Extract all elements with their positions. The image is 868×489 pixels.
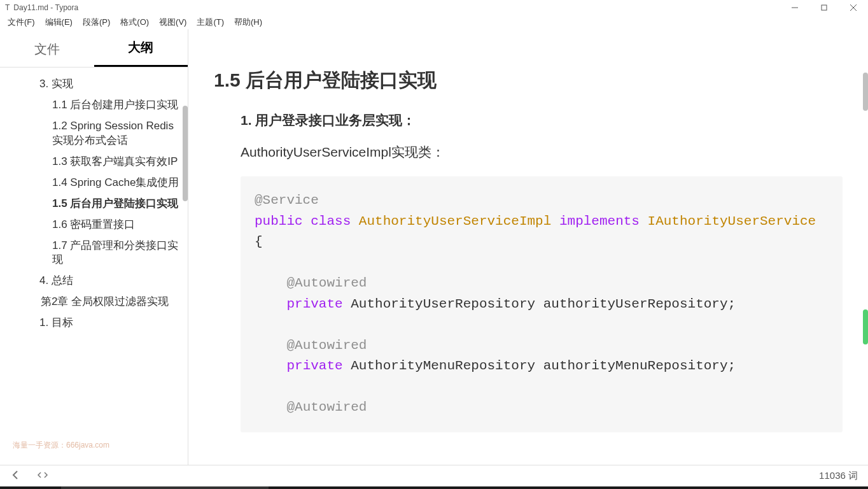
outline-item[interactable]: 1.1 后台创建用户接口实现 (8, 95, 188, 116)
menu-format[interactable]: 格式(O) (115, 17, 154, 28)
code-keyword: class (311, 214, 351, 229)
status-bar: 11036 词 (0, 465, 868, 486)
titlebar: T Day11.md - Typora (0, 0, 868, 15)
close-button[interactable] (839, 0, 868, 15)
svg-rect-1 (822, 5, 827, 10)
minimize-button[interactable] (780, 0, 809, 15)
outline-item-active[interactable]: 1.5 后台用户登陆接口实现 (8, 194, 188, 215)
code-text: AuthorityMenuRepository authorityMenuRep… (351, 358, 736, 373)
list-item-1[interactable]: 1. 用户登录接口业务层实现： (241, 111, 843, 129)
code-annotation: @Autowired (286, 400, 367, 415)
outline-item[interactable]: 1.3 获取客户端真实有效IP (8, 152, 188, 173)
outline-item[interactable]: 1.6 密码重置接口 (8, 215, 188, 236)
outline-item[interactable]: 1.2 Spring Session Redis实现分布式会话 (8, 116, 188, 152)
code-keyword: private (286, 297, 342, 311)
code-annotation: @Autowired (286, 276, 367, 290)
editor-content[interactable]: 1.5 后台用户登陆接口实现 1. 用户登录接口业务层实现： Authority… (188, 29, 868, 465)
tab-outline[interactable]: 大纲 (94, 39, 188, 67)
code-keyword: private (286, 358, 342, 373)
code-classname: AuthorityUserServiceImpl (359, 214, 551, 229)
taskbar-app-typora[interactable]: T Day11.md - Typora (61, 486, 164, 489)
tab-file[interactable]: 文件 (0, 41, 94, 67)
code-block[interactable]: @Service public class AuthorityUserServi… (241, 176, 843, 432)
outline-item[interactable]: 1. 目标 (8, 313, 188, 334)
start-button[interactable] (0, 486, 31, 489)
outline-list[interactable]: 3. 实现 1.1 后台创建用户接口实现 1.2 Spring Session … (0, 67, 188, 465)
code-text: AuthorityUserRepository authorityUserRep… (351, 297, 736, 311)
outline-item[interactable]: 第2章 全局权限过滤器实现 (8, 292, 188, 313)
heading-1.5[interactable]: 1.5 后台用户登陆接口实现 (214, 67, 843, 94)
taskbar-app-intellij[interactable]: bulls-stock [E:\Ba... (164, 486, 268, 489)
code-keyword: public (255, 214, 303, 229)
editor[interactable]: 1.5 后台用户登陆接口实现 1. 用户登录接口业务层实现： Authority… (188, 29, 868, 465)
editor-scrollbar-indicator[interactable] (863, 309, 868, 344)
outline-item[interactable]: 1.7 产品管理和分类接口实现 (8, 236, 188, 271)
titlebar-title-group: T Day11.md - Typora (5, 3, 78, 12)
window-controls (780, 0, 868, 15)
code-brace: { (255, 234, 263, 249)
menu-help[interactable]: 帮助(H) (229, 17, 267, 28)
menu-edit[interactable]: 编辑(E) (40, 17, 78, 28)
code-annotation: @Service (255, 193, 319, 208)
outline-item[interactable]: 4. 总结 (8, 271, 188, 292)
outline-item[interactable]: 1.4 Spring Cache集成使用 (8, 173, 188, 194)
status-left (10, 469, 48, 483)
app-icon: T (5, 3, 10, 12)
editor-scrollbar-thumb[interactable] (863, 73, 868, 111)
menu-theme[interactable]: 主题(T) (192, 17, 229, 28)
code-keyword: implements (559, 214, 640, 229)
menu-file[interactable]: 文件(F) (3, 17, 40, 28)
task-view-button[interactable] (31, 486, 61, 489)
sidebar-scrollbar-thumb[interactable] (183, 106, 188, 201)
word-count[interactable]: 11036 词 (819, 470, 858, 482)
main-area: 文件 大纲 3. 实现 1.1 后台创建用户接口实现 1.2 Spring Se… (0, 29, 868, 465)
sidebar-tabs: 文件 大纲 (0, 29, 188, 67)
back-icon[interactable] (10, 469, 22, 483)
outline-item[interactable]: 3. 实现 (8, 74, 188, 95)
window-title: Day11.md - Typora (13, 3, 78, 12)
menu-view[interactable]: 视图(V) (154, 17, 192, 28)
taskbar-left: T Day11.md - Typora bulls-stock [E:\Ba..… (0, 486, 269, 489)
maximize-button[interactable] (809, 0, 839, 15)
menu-paragraph[interactable]: 段落(P) (78, 17, 115, 28)
code-annotation: @Autowired (286, 338, 367, 353)
taskbar: T Day11.md - Typora bulls-stock [E:\Ba..… (0, 486, 868, 489)
code-interfacename: IAuthorityUserService (648, 214, 816, 229)
menubar: 文件(F) 编辑(E) 段落(P) 格式(O) 视图(V) 主题(T) 帮助(H… (0, 15, 868, 29)
sidebar: 文件 大纲 3. 实现 1.1 后台创建用户接口实现 1.2 Spring Se… (0, 29, 188, 465)
impl-class-desc[interactable]: AuthorityUserServiceImpl实现类： (241, 143, 843, 161)
code-view-icon[interactable] (37, 469, 48, 483)
watermark-text: 海量一手资源：666java.com (13, 440, 109, 451)
